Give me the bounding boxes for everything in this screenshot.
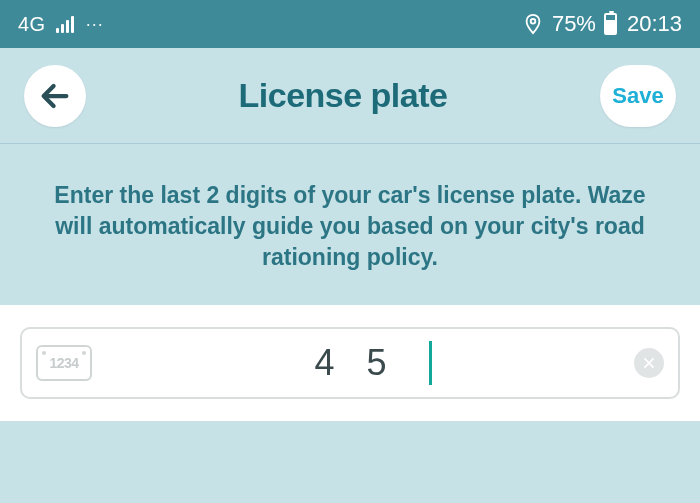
network-label: 4G	[18, 13, 46, 36]
plate-input[interactable]: 1234 45	[20, 327, 680, 399]
save-button[interactable]: Save	[600, 65, 676, 127]
app-header: License plate Save	[0, 48, 700, 144]
page-title: License plate	[239, 76, 448, 115]
location-icon	[522, 13, 544, 35]
battery-icon	[604, 13, 617, 35]
status-right-group: 75% 20:13	[522, 11, 682, 37]
signal-icon	[56, 15, 74, 33]
plate-value: 45	[282, 342, 418, 384]
clock: 20:13	[627, 11, 682, 37]
svg-point-0	[531, 19, 536, 24]
instruction-text: Enter the last 2 digits of your car's li…	[0, 144, 700, 305]
plate-input-section: 1234 45	[0, 305, 700, 421]
status-bar: 4G ··· 75% 20:13	[0, 0, 700, 48]
battery-percentage: 75%	[552, 11, 596, 37]
plate-value-wrap: 45	[108, 341, 606, 385]
more-status-icon: ···	[86, 14, 104, 35]
license-plate-icon: 1234	[36, 345, 92, 381]
back-button[interactable]	[24, 65, 86, 127]
text-cursor	[429, 341, 432, 385]
clear-button[interactable]	[634, 348, 664, 378]
status-left-group: 4G ···	[18, 13, 104, 36]
